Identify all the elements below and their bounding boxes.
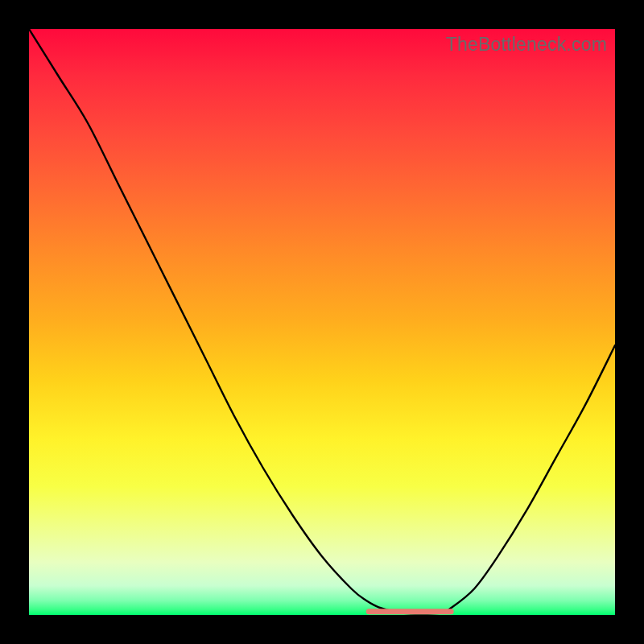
bottleneck-curve (29, 29, 615, 614)
chart-svg (29, 29, 615, 615)
plot-area: TheBottleneck.com (29, 29, 615, 615)
chart-frame: TheBottleneck.com (0, 0, 644, 644)
